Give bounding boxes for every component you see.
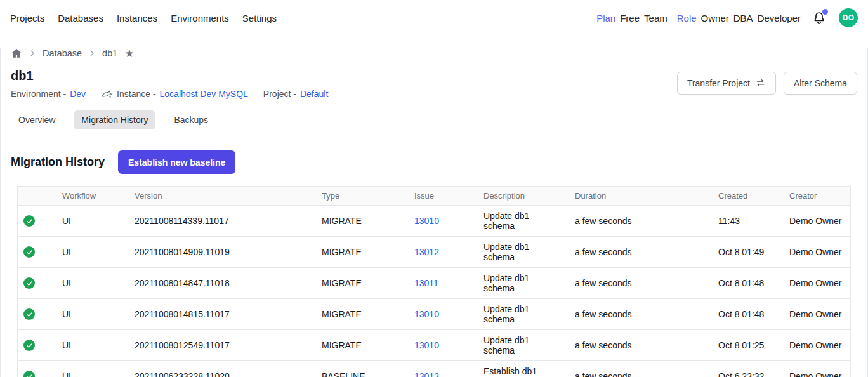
plan-free-option[interactable]: Free [620,13,640,23]
cell-version: 20211008014815.11017 [128,298,315,329]
page-title: db1 [11,67,328,84]
issue-link[interactable]: 13011 [414,278,438,288]
cell-creator: Demo Owner [783,236,850,267]
cell-type: MIGRATE [315,329,408,360]
role-owner-option[interactable]: Owner [701,13,729,23]
success-check-icon [23,246,35,258]
cell-version: 20211008014847.11018 [128,267,315,298]
breadcrumb: Database db1 ★ [11,48,857,59]
cell-workflow: UI [56,267,128,298]
cell-version: 20211008114339.11017 [128,206,315,236]
cell-description: Update db1 schema [477,236,569,267]
tab-overview[interactable]: Overview [11,110,63,129]
breadcrumb-database[interactable]: Database [43,48,82,58]
cell-description: Update db1 schema [477,267,569,298]
page-actions: Transfer Project Alter Schema [677,72,857,95]
transfer-project-label: Transfer Project [687,78,750,88]
cell-type: MIGRATE [315,206,408,236]
main-content: Database db1 ★ db1 Environment - Dev Ins… [0,48,868,377]
issue-link[interactable]: 13013 [414,371,439,377]
cell-description: Update db1 schema [477,206,569,236]
col-created: Created [712,187,783,206]
instance-link[interactable]: Localhost Dev MySQL [160,89,248,99]
alter-schema-button[interactable]: Alter Schema [784,72,857,95]
col-status [18,187,56,206]
star-icon[interactable]: ★ [124,48,134,59]
cell-workflow: UI [56,360,128,377]
breadcrumb-db1: db1 [102,48,117,58]
notification-bell[interactable] [812,10,827,25]
cell-description: Update db1 schema [477,298,569,329]
issue-link[interactable]: 13010 [414,216,439,226]
cell-created: 11:43 [712,206,783,236]
success-check-icon [23,215,35,227]
col-issue: Issue [408,187,477,206]
cell-creator: Demo Owner [783,298,850,329]
nav-right: Plan Free Team Role Owner DBA Developer … [596,8,858,27]
cell-created: Oct 8 01:25 [712,329,783,360]
environment-label: Environment - [11,89,66,99]
issue-link[interactable]: 13012 [414,247,439,257]
mysql-dolphin-icon [101,88,113,99]
role-developer-option[interactable]: Developer [758,13,801,23]
notification-dot-icon [822,9,828,15]
cell-created: Oct 8 01:49 [712,236,783,267]
table-row[interactable]: UI 20211006233228.11020 BASELINE 13013 E… [18,360,850,377]
cell-description: Establish db1 baseline [477,360,569,377]
establish-baseline-button[interactable]: Establish new baseline [118,150,235,174]
tab-backups[interactable]: Backups [166,110,216,129]
col-description: Description [477,187,569,206]
page-header-left: db1 Environment - Dev Instance - Localho… [11,67,328,99]
plan-team-option[interactable]: Team [644,13,667,23]
cell-duration: a few seconds [569,298,712,329]
cell-duration: a few seconds [569,236,712,267]
nav-item-projects[interactable]: Projects [10,13,44,23]
environment-link[interactable]: Dev [70,89,86,99]
migration-history-section-head: Migration History Establish new baseline [11,150,857,174]
role-dba-option[interactable]: DBA [733,13,753,23]
nav-item-environments[interactable]: Environments [171,13,229,23]
col-workflow: Workflow [56,187,128,206]
success-check-icon [23,277,35,289]
cell-created: Oct 6 23:32 [712,360,783,377]
cell-duration: a few seconds [569,360,712,377]
nav-item-settings[interactable]: Settings [242,13,277,23]
col-creator: Creator [783,187,850,206]
transfer-project-button[interactable]: Transfer Project [677,72,776,95]
environment-group: Environment - Dev [11,89,86,99]
nav-item-instances[interactable]: Instances [117,13,157,23]
role-switcher: Role Owner DBA Developer [677,13,801,23]
role-label: Role [677,13,697,23]
cell-created: Oct 8 01:48 [712,267,783,298]
table-row[interactable]: UI 20211008014909.11019 MIGRATE 13012 Up… [18,236,850,267]
table-row[interactable]: UI 20211008014815.11017 MIGRATE 13010 Up… [18,298,850,329]
cell-duration: a few seconds [569,206,712,236]
project-link[interactable]: Default [300,89,328,99]
issue-link[interactable]: 13010 [414,309,439,319]
col-version: Version [128,187,315,206]
plan-label: Plan [596,13,615,23]
table-row[interactable]: UI 20211008114339.11017 MIGRATE 13010 Up… [18,206,850,236]
table-row[interactable]: UI 20211008014847.11018 MIGRATE 13011 Up… [18,267,850,298]
database-tabs: Overview Migration History Backups [1,110,867,135]
nav-item-databases[interactable]: Databases [58,13,103,23]
cell-workflow: UI [56,236,128,267]
top-nav: Projects Databases Instances Environment… [0,0,868,36]
cell-type: MIGRATE [315,267,408,298]
table-header-row: Workflow Version Type Issue Description … [18,187,850,206]
table-row[interactable]: UI 20211008012549.11017 MIGRATE 13010 Up… [18,329,850,360]
avatar[interactable]: DO [839,8,858,27]
migration-history-table-wrap: Workflow Version Type Issue Description … [17,186,851,377]
issue-link[interactable]: 13010 [414,340,439,350]
cell-workflow: UI [56,206,128,236]
alter-schema-label: Alter Schema [794,78,847,88]
project-label: Project - [263,89,296,99]
cell-duration: a few seconds [569,329,712,360]
cell-type: MIGRATE [315,236,408,267]
project-group: Project - Default [263,89,328,99]
main-nav: Projects Databases Instances Environment… [10,13,277,23]
tab-migration-history[interactable]: Migration History [74,110,155,129]
cell-created: Oct 8 01:48 [712,298,783,329]
home-icon[interactable] [11,48,22,59]
cell-description: Update db1 schema [477,329,569,360]
